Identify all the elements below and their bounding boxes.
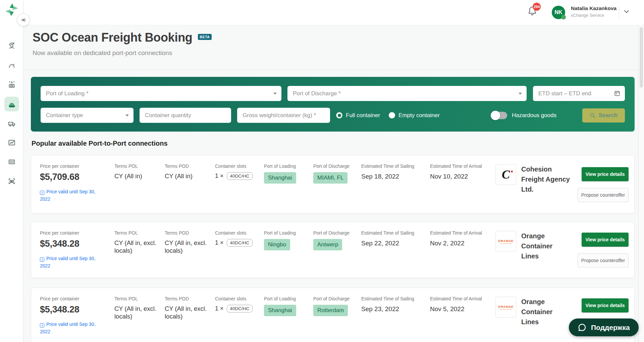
pod-chip: Rotterdam [313, 305, 348, 316]
view-price-details-button[interactable]: View price details [582, 298, 629, 312]
eta-cell: Estimated Time of Arrival Nov 10, 2022 [430, 163, 495, 205]
sidebar-item-partner-network[interactable] [4, 39, 19, 53]
scrollbar-thumb[interactable] [640, 27, 643, 88]
container-type-input[interactable] [41, 108, 133, 123]
terms-pol-label: Terms POL [114, 163, 165, 169]
sidebar-item-tracking[interactable] [4, 174, 19, 189]
container-quantity-field[interactable] [140, 108, 231, 123]
terms-pol-cell: Terms POL CY (All in) [114, 163, 165, 205]
pol-label: Port of Loading [264, 230, 313, 236]
ets-cell: Estimated Time of Sailing Sep 18, 2022 [361, 163, 430, 205]
port-of-loading-select[interactable] [41, 86, 281, 101]
svg-text:$: $ [11, 81, 13, 84]
sidebar-item-intermodal[interactable] [4, 116, 19, 131]
eta-label: Estimated Time of Arrival [430, 230, 495, 236]
hazardous-goods-toggle[interactable] [492, 112, 507, 119]
price-valid-link[interactable]: iPrice valid until Sep 30, 2022 [40, 255, 102, 270]
info-icon: i [40, 257, 44, 262]
ets-cell: Estimated Time of Sailing Sep 22, 2022 [361, 230, 430, 270]
orange-logo-text: ORANGE [498, 239, 514, 244]
page-title-text: SOC Ocean Freight Booking [33, 31, 193, 44]
offer-card: Price per container $5,348.28 iPrice val… [31, 288, 635, 342]
container-state-radios: Full container Empty container [336, 112, 440, 119]
etd-range-field[interactable] [533, 86, 625, 101]
search-button[interactable]: Search [582, 108, 625, 123]
empty-container-radio[interactable]: Empty container [389, 112, 440, 119]
price-valid-link[interactable]: iPrice valid until Sep 30, 2022 [40, 321, 102, 335]
pol-cell: Port of Loading Shanghai [264, 296, 313, 335]
sidebar-item-one-way-moves[interactable] [4, 58, 19, 72]
full-container-label: Full container [346, 112, 380, 119]
ets-value: Sep 18, 2022 [361, 173, 430, 180]
scrollbar-track [638, 25, 644, 342]
notifications-bell-button[interactable]: 294 [527, 5, 539, 19]
etd-range-input[interactable] [533, 86, 625, 101]
hazardous-goods-control: Hazardous goods [492, 112, 556, 119]
container-quantity-input[interactable] [140, 108, 231, 123]
pod-cell: Port of Discharge MIAMI, FL [313, 163, 361, 205]
support-button[interactable]: Поддержка [569, 319, 639, 336]
pol-label: Port of Loading [264, 163, 313, 169]
user-menu-chevron[interactable] [623, 9, 630, 14]
pod-cell: Port of Discharge Antwerp [313, 230, 361, 270]
sidebar-collapse-button[interactable] [17, 14, 30, 26]
gross-weight-input[interactable] [237, 108, 330, 123]
price-value: $5,709.68 [40, 172, 114, 182]
price-valid-text: Price valid until Sep 30, 2022 [40, 322, 95, 334]
pod-label: Port of Discharge [313, 230, 361, 236]
price-value: $5,348.28 [40, 304, 114, 315]
propose-counteroffer-button[interactable]: Propose counteroffer [578, 188, 629, 202]
pol-cell: Port of Loading Shanghai [264, 163, 313, 205]
terms-pol-cell: Terms POL CY (All in, excl. locals) [114, 230, 165, 270]
port-of-loading-input[interactable] [41, 86, 281, 101]
carrier-name: Orange Container Lines [521, 297, 572, 327]
eta-label: Estimated Time of Arrival [430, 296, 495, 301]
price-valid-link[interactable]: iPrice valid until Sep 30, 2022 [40, 188, 102, 203]
terms-pol-value: CY (All in, excl. locals) [114, 305, 165, 320]
slots-label: Container slots [215, 296, 264, 301]
price-label: Price per container [40, 296, 114, 301]
eta-value: Nov 5, 2022 [430, 305, 495, 313]
carrier-name: Orange Container Lines [521, 231, 572, 261]
propose-counteroffer-button[interactable]: Propose counteroffer [578, 253, 629, 267]
radio-unchecked-icon [389, 112, 395, 118]
ets-cell: Estimated Time of Sailing Sep 23, 2022 [361, 296, 430, 335]
search-row-1 [41, 86, 625, 101]
info-icon: i [40, 323, 44, 328]
pod-chip: Antwerp [313, 239, 342, 250]
search-panel: Full container Empty container Hazardous… [31, 77, 635, 132]
search-icon [590, 112, 596, 118]
container-slots-cell: Container slots 1 × 40DC/HC [215, 163, 264, 205]
gross-weight-field[interactable] [237, 108, 330, 123]
sidebar-item-container-control[interactable] [4, 154, 19, 169]
port-of-discharge-input[interactable] [287, 86, 527, 101]
info-icon: i [40, 191, 44, 195]
carrier-logo: ORANGE [495, 297, 516, 317]
full-container-radio[interactable]: Full container [336, 112, 380, 119]
pod-label: Port of Discharge [313, 163, 361, 169]
port-of-discharge-select[interactable] [287, 86, 527, 101]
terms-pol-label: Terms POL [114, 296, 165, 301]
price-valid-text: Price valid until Sep 30, 2022 [40, 256, 95, 268]
slots-label: Container slots [215, 230, 264, 236]
sidebar-item-insights[interactable] [4, 135, 19, 150]
container-type-chip: 40DC/HC [227, 305, 253, 312]
slots-quantity: 1 × [215, 239, 224, 246]
container-trading-icon: $ [7, 80, 16, 89]
ets-label: Estimated Time of Sailing [361, 163, 430, 169]
container-type-select[interactable] [41, 108, 133, 123]
topbar: 294 NK Natalia Kazankova xChange Service [0, 0, 644, 25]
slots-quantity: 1 × [215, 173, 224, 180]
view-price-details-button[interactable]: View price details [582, 167, 629, 181]
header-divider [24, 69, 638, 70]
cohesion-logo-text: C [502, 168, 510, 181]
offer-card: Price per container $5,709.68 iPrice val… [31, 155, 635, 214]
xchange-logo[interactable] [5, 3, 19, 17]
sidebar-item-ocean-freight[interactable] [4, 97, 19, 111]
sidebar-item-trading[interactable]: $ [4, 77, 19, 92]
terms-pod-label: Terms POD [165, 230, 215, 236]
page-title: SOC Ocean Freight BookingBETA [33, 31, 212, 45]
search-button-label: Search [599, 112, 618, 119]
avatar[interactable]: NK [552, 6, 565, 19]
view-price-details-button[interactable]: View price details [582, 233, 629, 247]
